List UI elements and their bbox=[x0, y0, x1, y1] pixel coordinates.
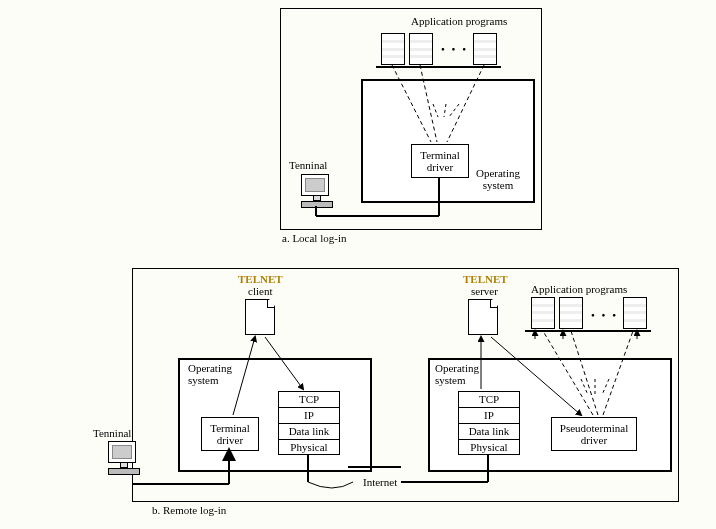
operating-system-label: Operating system bbox=[476, 167, 520, 191]
application-programs-label: Application programs bbox=[411, 15, 507, 27]
panel-remote-login: TELNET client Operating system Terminal … bbox=[132, 268, 679, 502]
server-os-label: Operating system bbox=[435, 362, 479, 386]
client-terminal-icon bbox=[108, 441, 140, 475]
stack-layer-tcp: TCP bbox=[459, 392, 519, 408]
app-program-doc bbox=[473, 33, 497, 65]
terminal-driver-box: Terminal driver bbox=[411, 144, 469, 178]
telnet-server-sub: server bbox=[471, 285, 498, 297]
telnet-client-heading: TELNET bbox=[238, 273, 283, 285]
client-tcpip-stack: TCP IP Data link Physical bbox=[278, 391, 340, 455]
telnet-client-doc-icon bbox=[245, 299, 275, 335]
caption-local: a. Local log-in bbox=[282, 232, 346, 244]
stack-layer-physical: Physical bbox=[459, 440, 519, 455]
terminal-label: Tenninal bbox=[289, 159, 327, 171]
client-terminal-driver-box: Terminal driver bbox=[201, 417, 259, 451]
pseudoterminal-driver-box: Pseudoterminal driver bbox=[551, 417, 637, 451]
telnet-server-doc-icon bbox=[468, 299, 498, 335]
client-terminal-label: Tenninal bbox=[93, 427, 131, 439]
caption-remote: b. Remote log-in bbox=[152, 504, 226, 516]
stack-layer-ip: IP bbox=[279, 408, 339, 424]
server-tcpip-stack: TCP IP Data link Physical bbox=[458, 391, 520, 455]
app-program-doc bbox=[623, 297, 647, 329]
stack-layer-tcp: TCP bbox=[279, 392, 339, 408]
app-program-doc bbox=[559, 297, 583, 329]
stack-layer-physical: Physical bbox=[279, 440, 339, 455]
app-program-doc bbox=[409, 33, 433, 65]
internet-label: Internet bbox=[363, 476, 397, 488]
app-program-doc bbox=[531, 297, 555, 329]
server-apps-label: Application programs bbox=[531, 283, 627, 295]
telnet-client-sub: client bbox=[248, 285, 272, 297]
client-os-label: Operating system bbox=[188, 362, 232, 386]
stack-layer-datalink: Data link bbox=[279, 424, 339, 440]
stack-layer-ip: IP bbox=[459, 408, 519, 424]
ellipsis: • • • bbox=[591, 309, 618, 321]
stack-layer-datalink: Data link bbox=[459, 424, 519, 440]
ellipsis: • • • bbox=[441, 43, 468, 55]
app-program-doc bbox=[381, 33, 405, 65]
panel-local-login: Application programs • • • Terminal driv… bbox=[280, 8, 542, 230]
terminal-icon bbox=[301, 174, 333, 208]
telnet-server-heading: TELNET bbox=[463, 273, 508, 285]
